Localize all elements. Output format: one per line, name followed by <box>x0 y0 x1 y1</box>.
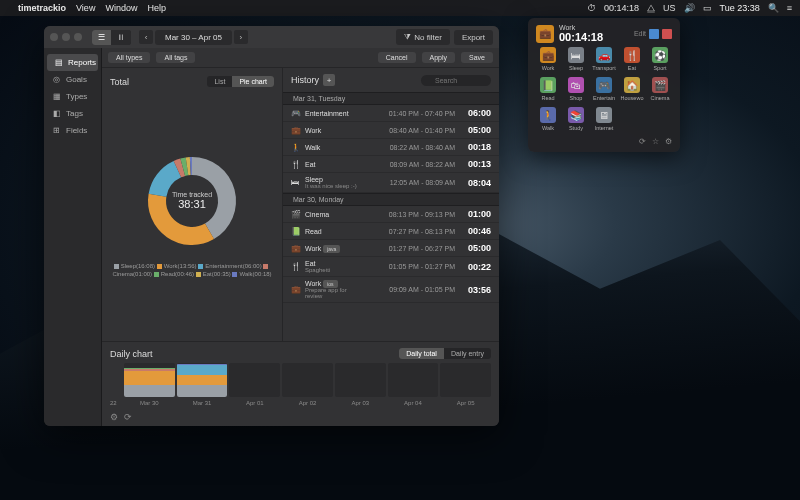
sidebar-label: Goals <box>66 75 87 84</box>
history-row[interactable]: 🍴Eat08:09 AM - 08:22 AM00:13 <box>283 156 499 173</box>
widget-activity-label: Cinema <box>651 95 670 101</box>
traffic-lights[interactable] <box>50 33 82 41</box>
widget-history-icon[interactable]: ⟳ <box>639 137 646 146</box>
activity-name: Entertainment <box>305 110 365 117</box>
daily-entry-button[interactable]: Daily entry <box>444 348 491 359</box>
pie-view-button[interactable]: Pie chart <box>232 76 274 87</box>
history-row[interactable]: 🍴EatSpaghetti01:05 PM - 01:27 PM00:22 <box>283 257 499 277</box>
daily-column[interactable]: Apr 02 <box>282 363 333 406</box>
widget-edit-button[interactable]: Edit <box>634 30 646 37</box>
daily-column[interactable]: Apr 05 <box>440 363 491 406</box>
widget-activity-transport[interactable]: 🚗Transport <box>592 47 616 71</box>
widget-activity-icon: 🍴 <box>624 47 640 63</box>
activity-name: Walk <box>305 144 365 151</box>
search-input[interactable] <box>421 75 491 86</box>
activity-icon: 💼 <box>291 285 301 294</box>
widget-activity-internet[interactable]: 🖥Internet <box>592 107 616 131</box>
cancel-button[interactable]: Cancel <box>378 52 416 63</box>
activity-icon: 🚶 <box>291 143 301 152</box>
export-button[interactable]: Export <box>454 30 493 45</box>
wifi-icon[interactable]: ⧋ <box>647 3 655 14</box>
all-tags-pill[interactable]: All tags <box>156 52 195 63</box>
time-range: 08:13 PM - 09:13 PM <box>365 211 455 218</box>
history-row[interactable]: 🚶Walk08:22 AM - 08:40 AM00:18 <box>283 139 499 156</box>
pause-button[interactable] <box>649 29 659 39</box>
time-range: 01:05 PM - 01:27 PM <box>365 263 455 270</box>
sidebar-item-types[interactable]: ▦Types <box>44 88 101 105</box>
day-label: Mar 30 <box>140 400 159 406</box>
history-row[interactable]: 📗Read07:27 PM - 08:13 PM00:46 <box>283 223 499 240</box>
date-range[interactable]: Mar 30 – Apr 05 <box>155 30 232 45</box>
widget-activity-label: Walk <box>542 125 554 131</box>
refresh-icon[interactable]: ⟳ <box>124 412 132 422</box>
widget-activity-shop[interactable]: 🛍Shop <box>564 77 588 101</box>
daily-column[interactable]: Mar 30 <box>124 363 175 406</box>
list-mode-icon[interactable]: ☰ <box>92 30 111 45</box>
filter-button[interactable]: ⧩No filter <box>396 29 450 45</box>
daily-column[interactable]: Apr 01 <box>229 363 280 406</box>
widget-activity-eat[interactable]: 🍴Eat <box>620 47 644 71</box>
daily-column[interactable]: Apr 03 <box>335 363 386 406</box>
sidebar-label: Fields <box>66 126 87 135</box>
widget-activity-sport[interactable]: ⚽Sport <box>648 47 672 71</box>
daily-column[interactable]: Mar 31 <box>177 363 228 406</box>
widget-activity-work[interactable]: 💼Work <box>536 47 560 71</box>
widget-activity-cinema[interactable]: 🎬Cinema <box>648 77 672 101</box>
volume-icon[interactable]: 🔊 <box>684 3 695 13</box>
app-name[interactable]: timetrackio <box>18 3 66 13</box>
widget-star-icon[interactable]: ☆ <box>652 137 659 146</box>
activity-name: SleepIt was nice sleep :-) <box>305 176 365 189</box>
widget-activity-entertain[interactable]: 🎮Entertain <box>592 77 616 101</box>
widget-activity-study[interactable]: 📚Study <box>564 107 588 131</box>
history-row[interactable]: 💼Work08:40 AM - 01:40 PM05:00 <box>283 122 499 139</box>
sidebar-item-fields[interactable]: ⊞Fields <box>44 122 101 139</box>
clock[interactable]: Tue 23:38 <box>720 3 760 13</box>
add-entry-button[interactable]: + <box>323 74 335 86</box>
history-row[interactable]: 🛏SleepIt was nice sleep :-)12:05 AM - 08… <box>283 173 499 193</box>
timer-icon[interactable]: ⏱ <box>587 3 596 13</box>
widget-settings-icon[interactable]: ⚙ <box>665 137 672 146</box>
sidebar-item-tags[interactable]: ◧Tags <box>44 105 101 122</box>
next-button[interactable]: › <box>234 30 248 44</box>
duration: 00:18 <box>461 142 491 152</box>
duration: 00:13 <box>461 159 491 169</box>
spotlight-icon[interactable]: 🔍 <box>768 3 779 13</box>
widget-activity-read[interactable]: 📗Read <box>536 77 560 101</box>
activity-name: Cinema <box>305 211 365 218</box>
list-view-button[interactable]: List <box>207 76 232 87</box>
history-row[interactable]: 🎮Entertainment01:40 PM - 07:40 PM06:00 <box>283 105 499 122</box>
widget-activity-sleep[interactable]: 🛏Sleep <box>564 47 588 71</box>
save-button[interactable]: Save <box>461 52 493 63</box>
apply-button[interactable]: Apply <box>422 52 456 63</box>
time-range: 08:22 AM - 08:40 AM <box>365 144 455 151</box>
widget-activity-icon: 🎬 <box>652 77 668 93</box>
activity-name: Eat <box>305 161 365 168</box>
activity-icon: 💼 <box>291 244 301 253</box>
menu-view[interactable]: View <box>76 3 95 13</box>
day-header: Mar 30, Monday <box>283 193 499 206</box>
widget-activity-housewo[interactable]: 🏠Housewo <box>620 77 644 101</box>
menu-window[interactable]: Window <box>105 3 137 13</box>
all-types-pill[interactable]: All types <box>108 52 150 63</box>
siri-icon[interactable]: ≡ <box>787 3 792 13</box>
history-row[interactable]: 💼Workjava01:27 PM - 06:27 PM05:00 <box>283 240 499 257</box>
battery-icon[interactable]: ▭ <box>703 3 712 13</box>
flag-icon[interactable]: US <box>663 3 676 13</box>
history-row[interactable]: 💼WorkiosPrepare app for review09:09 AM -… <box>283 277 499 303</box>
widget-activity-walk[interactable]: 🚶Walk <box>536 107 560 131</box>
stop-button[interactable] <box>662 29 672 39</box>
duration: 06:00 <box>461 108 491 118</box>
sidebar-item-goals[interactable]: ◎Goals <box>44 71 101 88</box>
settings-icon[interactable]: ⚙ <box>110 412 118 422</box>
history-title: History <box>291 75 319 85</box>
history-list[interactable]: Mar 31, Tuesday🎮Entertainment01:40 PM - … <box>283 92 499 341</box>
daily-total-button[interactable]: Daily total <box>399 348 444 359</box>
menu-help[interactable]: Help <box>147 3 166 13</box>
prev-button[interactable]: ‹ <box>139 30 153 44</box>
chart-mode-icon[interactable]: ⫼ <box>111 30 131 45</box>
sidebar-item-reports[interactable]: ▤Reports <box>47 54 98 71</box>
daily-column[interactable]: Apr 04 <box>388 363 439 406</box>
view-mode-seg: ☰ ⫼ <box>92 30 131 45</box>
history-row[interactable]: 🎬Cinema08:13 PM - 09:13 PM01:00 <box>283 206 499 223</box>
activity-name: Work <box>305 127 365 134</box>
